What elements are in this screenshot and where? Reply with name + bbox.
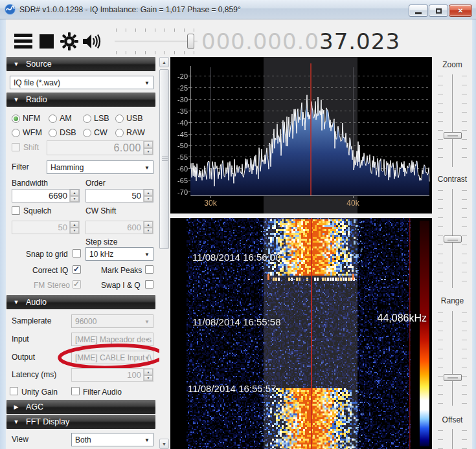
audio-section-header[interactable]: ▼ Audio [6, 295, 155, 309]
unity-gain-checkbox[interactable] [10, 387, 18, 395]
shift-checkbox[interactable] [12, 143, 20, 151]
chevron-down-icon: ▼ [144, 252, 150, 257]
frequency-display[interactable]: 000.000.037.023 [201, 28, 400, 54]
bandwidth-field[interactable]: 6690 ▲▼ [12, 189, 80, 203]
cw-shift-value: 600 [86, 223, 143, 232]
squelch-field[interactable]: 50 ▲▼ [12, 221, 80, 234]
spin-down-icon[interactable]: ▼ [70, 228, 79, 234]
snap-to-grid-checkbox[interactable] [73, 249, 81, 257]
order-value: 50 [86, 191, 143, 201]
title-bar[interactable]: SDR# v1.0.0.1298 - IQ Imbalance: Gain = … [0, 0, 476, 19]
view-dropdown[interactable]: Both ▼ [71, 433, 153, 446]
offset-slider-label: Offset [433, 415, 472, 424]
mode-radio-am[interactable]: AM [49, 111, 83, 126]
step-size-dropdown[interactable]: 10 kHz ▼ [85, 247, 153, 261]
radio-section-header[interactable]: ▼ Radio [6, 93, 155, 107]
scroll-up-button[interactable]: ▲ [159, 57, 169, 67]
samplerate-dropdown[interactable]: 96000 ▼ [71, 314, 153, 328]
correct-iq-checkbox[interactable] [73, 265, 81, 274]
mode-radio-raw[interactable]: RAW [115, 126, 152, 140]
order-field[interactable]: 50 ▲▼ [85, 189, 153, 203]
agc-section-header[interactable]: ▶ AGC [6, 400, 155, 414]
mode-radio-usb[interactable]: USB [115, 111, 152, 126]
spectrum-display[interactable] [170, 57, 432, 214]
spin-up-icon[interactable]: ▲ [144, 221, 153, 228]
source-section-header[interactable]: ▼ Source [6, 57, 155, 71]
range-slider[interactable] [433, 311, 472, 406]
bandwidth-label: Bandwidth [12, 179, 48, 188]
filter-audio-checkbox[interactable] [71, 387, 80, 395]
mode-radio-lsb[interactable]: LSB [83, 111, 115, 126]
audio-output-dropdown[interactable]: [MME] CABLE Input (\ ▼ [71, 351, 153, 364]
scroll-up-icon: ▲ [162, 60, 166, 65]
menu-button[interactable] [14, 34, 32, 49]
filter-audio-label: Filter Audio [83, 388, 122, 397]
spin-down-icon[interactable]: ▼ [144, 228, 153, 234]
samplerate-value: 96000 [75, 317, 96, 326]
fft-display-section-header[interactable]: ▼ FFT Display [6, 415, 155, 429]
frequency-value[interactable]: 37.023 [319, 28, 400, 54]
radio-button-icon[interactable] [83, 129, 91, 137]
scrollbar-thumb[interactable] [159, 69, 169, 249]
radio-button-icon[interactable] [49, 129, 57, 137]
latency-field[interactable]: 100 ▲▼ [71, 368, 153, 382]
spin-up-icon[interactable]: ▲ [144, 141, 153, 148]
contrast-slider-thumb[interactable] [444, 235, 462, 243]
step-size-label: Step size [85, 237, 117, 246]
radio-button-icon[interactable] [83, 115, 91, 123]
minimize-icon [415, 12, 422, 14]
filter-dropdown[interactable]: Hamming ▼ [47, 160, 153, 174]
slider-track [452, 311, 453, 406]
audio-mute-button[interactable] [82, 32, 104, 50]
spin-up-icon[interactable]: ▲ [144, 369, 153, 375]
zoom-slider-thumb[interactable] [444, 132, 462, 139]
audio-input-dropdown[interactable]: [MME] Mapeador de s ▼ [71, 333, 153, 346]
spectrum-canvas[interactable] [170, 57, 432, 214]
close-button[interactable]: ✕ [449, 5, 472, 17]
shift-value-field[interactable]: 6.000 ▲▼ [47, 140, 153, 155]
spin-down-icon[interactable]: ▼ [144, 196, 153, 203]
scroll-down-button[interactable]: ▼ [159, 439, 169, 449]
fm-stereo-checkbox[interactable] [73, 280, 81, 289]
minimize-button[interactable] [409, 5, 428, 17]
spin-down-icon[interactable]: ▼ [70, 196, 79, 203]
radio-button-icon[interactable] [12, 115, 20, 123]
source-device-dropdown[interactable]: IQ file (*.wav) ▼ [10, 76, 153, 89]
spin-up-icon[interactable]: ▲ [144, 190, 153, 196]
zoom-slider[interactable] [433, 74, 472, 167]
panel-scrollbar[interactable]: ▲ ▼ [159, 57, 169, 449]
spin-up-icon[interactable]: ▲ [70, 190, 79, 196]
cw-shift-field[interactable]: 600 ▲▼ [85, 221, 153, 234]
volume-slider[interactable] [111, 28, 201, 54]
mark-peaks-checkbox[interactable] [145, 265, 153, 274]
range-slider-thumb[interactable] [444, 374, 462, 381]
radio-button-icon[interactable] [115, 129, 124, 137]
mode-radio-dsb[interactable]: DSB [49, 126, 83, 140]
volume-thumb[interactable] [187, 34, 194, 49]
frequency-leading-zeros[interactable]: 000.000.0 [201, 28, 319, 54]
offset-slider[interactable] [433, 429, 472, 449]
window-frame-right [472, 19, 476, 449]
view-label: View [12, 435, 28, 444]
swap-iq-checkbox[interactable] [145, 280, 153, 289]
close-icon: ✕ [458, 7, 463, 14]
samplerate-label: Samplerate [12, 316, 51, 325]
radio-button-icon[interactable] [12, 129, 20, 137]
squelch-value: 50 [12, 223, 69, 232]
contrast-slider[interactable] [433, 189, 472, 288]
stop-button[interactable] [40, 34, 54, 49]
spin-up-icon[interactable]: ▲ [70, 221, 79, 228]
spin-down-icon[interactable]: ▼ [144, 148, 153, 155]
mode-label: AM [60, 114, 72, 123]
mode-radio-wfm[interactable]: WFM [12, 126, 49, 140]
spin-down-icon[interactable]: ▼ [144, 375, 153, 382]
radio-button-icon[interactable] [115, 115, 124, 123]
waterfall-display[interactable]: 11/08/2014 16:56:00 11/08/2014 16:55:58 … [170, 218, 432, 449]
maximize-button[interactable] [429, 5, 448, 17]
filter-value: Hamming [51, 163, 84, 172]
mode-radio-nfm[interactable]: NFM [12, 111, 49, 126]
mode-radio-cw[interactable]: CW [83, 126, 115, 140]
settings-gear-button[interactable] [60, 32, 78, 50]
squelch-checkbox[interactable] [12, 206, 20, 215]
radio-button-icon[interactable] [49, 115, 57, 123]
